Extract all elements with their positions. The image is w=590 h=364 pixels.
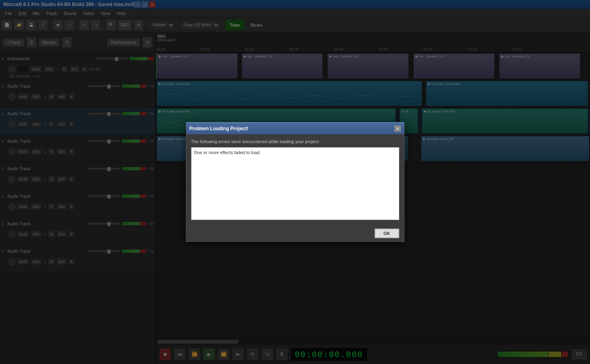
modal-overlay: Problem Loading Project! ✕ The following… [0, 0, 590, 364]
modal-description: The following errors were encountered wh… [191, 139, 399, 144]
modal-body: The following errors were encountered wh… [186, 134, 404, 225]
modal-dialog: Problem Loading Project! ✕ The following… [186, 122, 405, 242]
modal-header: Problem Loading Project! ✕ [186, 123, 404, 134]
modal-ok-button[interactable]: OK [375, 229, 399, 238]
modal-footer: OK [186, 225, 404, 241]
modal-error-box: One or more effects failed to load. [191, 147, 399, 220]
modal-title: Problem Loading Project! [190, 126, 394, 131]
modal-close-button[interactable]: ✕ [394, 125, 401, 132]
